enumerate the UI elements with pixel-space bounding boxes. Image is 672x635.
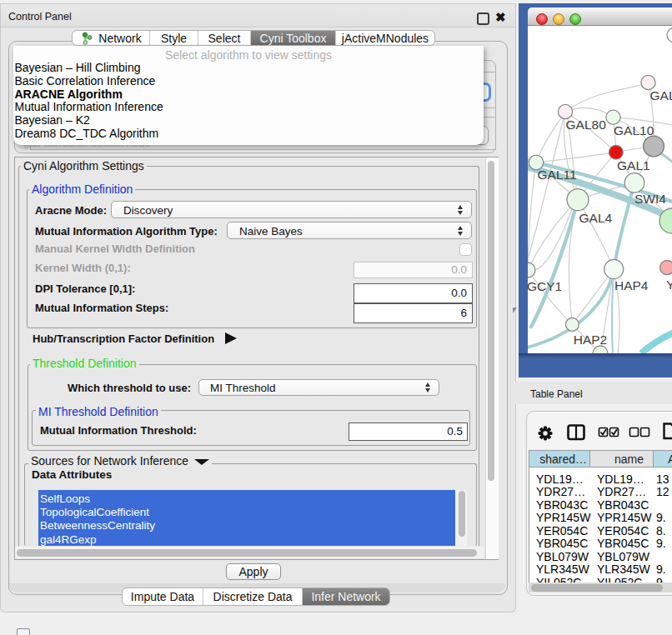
svg-text:HAP2: HAP2 [574, 332, 608, 347]
svg-text:GAL1: GAL1 [617, 158, 650, 172]
svg-text:HAP4: HAP4 [614, 278, 649, 292]
svg-text:SWI4: SWI4 [634, 192, 666, 206]
svg-text:GCY1: GCY1 [528, 279, 562, 293]
svg-text:GAL10: GAL10 [614, 123, 654, 138]
svg-text:GAL80: GAL80 [566, 118, 607, 132]
svg-text:GAL2: GAL2 [650, 88, 672, 102]
svg-text:GAL11: GAL11 [538, 168, 577, 182]
svg-text:GAL4: GAL4 [579, 211, 613, 225]
svg-text:YJ: YJ [666, 278, 672, 292]
